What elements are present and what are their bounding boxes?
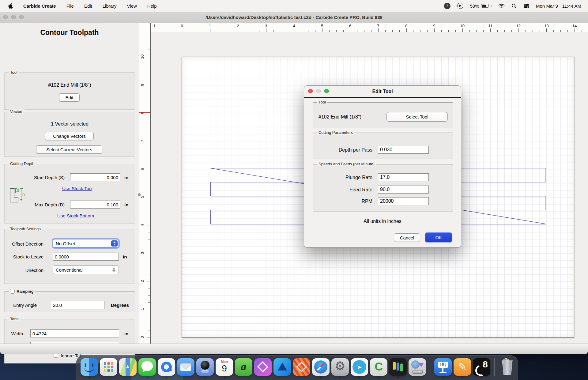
dialog-cutting-legend: Cutting Parameters [317, 130, 354, 135]
menu-date: Mon Mar 9 [536, 3, 558, 9]
running-indicator-dot [359, 377, 360, 378]
ramping-checkbox[interactable] [10, 289, 15, 294]
control-center-icon[interactable] [523, 4, 529, 8]
h-ruler-number: 9 [433, 24, 435, 28]
ok-button[interactable]: OK [425, 232, 452, 243]
tab-width-input[interactable] [30, 329, 119, 337]
menu-extra-badge-icon[interactable]: 7 [444, 3, 450, 9]
dock-globe-icon[interactable] [409, 358, 426, 376]
dock-keynote-icon[interactable] [434, 358, 452, 376]
menu-help[interactable]: Help [147, 3, 157, 9]
h-ruler-tick [455, 30, 456, 32]
max-depth-input[interactable] [70, 201, 120, 209]
cancel-button[interactable]: Cancel [394, 233, 420, 242]
battery-percent: 58% [470, 3, 479, 9]
dialog-tool-legend: Tool [317, 100, 327, 104]
offset-direction-select[interactable]: No Offset [53, 239, 119, 248]
h-ruler-number: 4 [293, 24, 295, 28]
dock-aff-designer-icon[interactable] [273, 358, 291, 376]
rpm-input[interactable] [378, 197, 429, 205]
dock-mail-icon[interactable] [177, 358, 194, 376]
dock-launchpad-icon[interactable] [100, 358, 117, 376]
settings-glyph: ⚙ [331, 359, 349, 373]
dock-aff-publisher-icon[interactable] [293, 358, 310, 376]
feed-rate-input[interactable] [378, 186, 429, 194]
menu-library[interactable]: Library [103, 3, 117, 9]
close-icon[interactable] [3, 15, 8, 19]
zoom-icon[interactable] [19, 15, 24, 19]
h-ruler-tick [399, 30, 400, 32]
dialog-minimize-icon[interactable] [316, 89, 321, 93]
window-title: /Users/davidhoward/Desktop/softplastic t… [205, 15, 383, 20]
apple-menu-icon[interactable] [8, 3, 13, 9]
dialog-zoom-icon[interactable] [324, 89, 329, 93]
direction-select[interactable]: Conventional [53, 265, 119, 274]
h-ruler-tick [553, 30, 554, 32]
h-ruler-tick [252, 30, 252, 32]
menu-file[interactable]: File [66, 3, 74, 9]
menu-edit[interactable]: Edit [84, 3, 92, 9]
wifi-icon[interactable] [498, 3, 505, 8]
dock-calendar-icon[interactable]: Mon9 [216, 358, 233, 376]
dock-quicktime-icon[interactable] [158, 358, 175, 376]
select-current-vectors-button[interactable]: Select Current Vectors [36, 145, 102, 154]
dock-camera-icon[interactable] [196, 358, 214, 376]
entry-angle-input[interactable] [51, 301, 104, 309]
vectors-group: Vectors 1 Vector selected Change Vectors… [4, 112, 135, 157]
minimize-icon[interactable] [11, 15, 16, 19]
menu-view[interactable]: View [127, 3, 137, 9]
v-ruler-number: 4 [140, 222, 145, 228]
dock-green-a-icon[interactable]: a [235, 358, 252, 376]
running-indicator-dot [204, 377, 206, 378]
menu-app-name[interactable]: Carbide Create [23, 3, 56, 9]
v-ruler-tick [147, 141, 150, 141]
h-ruler-tick [518, 28, 519, 32]
dock-telegram-icon[interactable]: ➤ [351, 358, 368, 376]
dialog-titlebar[interactable]: Edit Tool [304, 86, 461, 98]
depth-per-pass-input[interactable] [378, 146, 429, 154]
v-ruler-number: 3 [140, 250, 145, 256]
menu-time: 11:44 AM [562, 3, 581, 9]
dock-maps-icon[interactable] [119, 358, 137, 376]
v-ruler-tick [148, 211, 150, 211]
use-stock-top-link[interactable]: Use Stock Top [62, 186, 92, 191]
rpm-label: RPM [361, 199, 372, 204]
select-tool-button[interactable]: Select Tool [386, 112, 448, 122]
use-stock-bottom-link[interactable]: Use Stock Bottom [57, 213, 94, 218]
dock-rhino-icon[interactable]: 8 [473, 358, 490, 376]
camera-glyph [201, 361, 209, 370]
h-ruler-tick [329, 30, 330, 32]
dock-keys-icon[interactable] [389, 358, 407, 376]
dock-settings-icon[interactable]: ⚙ [331, 358, 349, 376]
dock-carbide-icon[interactable]: C [370, 358, 387, 376]
change-vectors-button[interactable]: Change Vectors [45, 132, 94, 140]
edit-tool-button[interactable]: Edit [59, 93, 80, 102]
dock-aff-photo-icon[interactable] [254, 358, 272, 376]
h-ruler-tick [441, 30, 442, 32]
battery-indicator[interactable]: 58% [470, 3, 492, 9]
h-ruler-tick [462, 28, 463, 32]
window-titlebar[interactable]: /Users/davidhoward/Desktop/softplastic t… [0, 12, 588, 23]
dock-trash-icon[interactable] [499, 358, 516, 376]
dock-safari-icon[interactable] [312, 358, 330, 376]
quicktime-glyph [161, 362, 172, 372]
play-circle-icon[interactable] [457, 3, 463, 9]
stock-to-leave-input[interactable] [53, 253, 119, 261]
h-ruler-tick [154, 28, 154, 32]
h-ruler-tick [294, 28, 294, 32]
search-icon[interactable] [511, 3, 517, 9]
start-depth-input[interactable] [70, 173, 120, 181]
toolpath-settings-group: Toolpath Settings Offset Direction No Of… [4, 229, 135, 284]
dock-finder-icon[interactable] [81, 358, 98, 376]
h-ruler-tick [238, 28, 238, 32]
v-ruler-tick [148, 288, 150, 288]
clock[interactable]: Mon Mar 9 11:44 AM [536, 3, 581, 9]
panel-splitter-handle[interactable] [138, 193, 141, 196]
safari-glyph [314, 360, 327, 374]
dock-messages-icon[interactable] [138, 358, 156, 376]
h-ruler-number: 12 [516, 24, 521, 28]
dialog-close-icon[interactable] [308, 89, 313, 93]
dock-pages-icon[interactable]: ✎ [454, 358, 471, 376]
plunge-rate-input[interactable] [378, 173, 429, 181]
green-a-glyph: a [235, 360, 252, 373]
